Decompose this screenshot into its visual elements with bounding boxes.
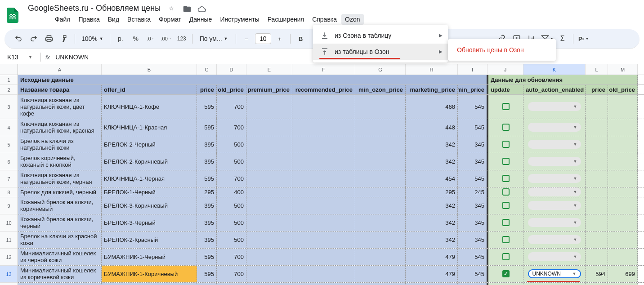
recommended-price[interactable]	[292, 232, 355, 248]
product-name[interactable]: Брелок на ключи из красной кожи	[18, 232, 102, 248]
dropdown-pill[interactable]: ▼	[528, 140, 581, 149]
update-price[interactable]: 594	[586, 266, 608, 282]
min-ozon-price[interactable]	[355, 119, 406, 136]
update-old-price[interactable]	[608, 95, 638, 119]
dropdown-pill[interactable]: UNKNOWN▼	[528, 269, 581, 278]
bold-button[interactable]: B	[294, 32, 308, 45]
menu-file[interactable]: Файл	[51, 14, 74, 25]
menu-ozon[interactable]: Ozon	[341, 14, 363, 25]
column-header[interactable]: auto_action_enabled	[523, 85, 586, 94]
row-header[interactable]: 8	[0, 187, 18, 197]
column-header[interactable]: recommended_price	[292, 85, 355, 94]
column-header[interactable]: old_price	[217, 85, 246, 94]
product-name[interactable]: Кожаный брелок на ключи, коричневый	[18, 197, 102, 214]
old-price[interactable]: 700	[217, 249, 246, 265]
marketing-price[interactable]: 468	[406, 95, 458, 119]
increase-decimal-button[interactable]: .00→	[160, 32, 173, 45]
price[interactable]: 395	[197, 136, 217, 153]
checkbox[interactable]	[502, 103, 510, 110]
menu-insert[interactable]: Вставка	[124, 14, 154, 25]
percent-button[interactable]: %	[129, 32, 143, 45]
row-header[interactable]: 2	[0, 85, 18, 95]
dropdown-pill[interactable]: ▼	[528, 174, 581, 183]
dropdown-pill[interactable]: ▼	[528, 201, 581, 210]
product-name[interactable]: Брелок на ключи из натуральной кожи	[18, 136, 102, 153]
marketing-price[interactable]: 295	[406, 187, 458, 197]
update-checkbox[interactable]	[487, 187, 523, 197]
column-header[interactable]: min_price	[458, 85, 487, 94]
functions-button[interactable]: Σ	[556, 32, 569, 45]
old-price[interactable]: 700	[217, 119, 246, 136]
update-price[interactable]	[586, 187, 608, 197]
recommended-price[interactable]	[292, 170, 355, 187]
price[interactable]: 395	[197, 214, 217, 231]
recommended-price[interactable]	[292, 197, 355, 214]
min-ozon-price[interactable]	[355, 232, 406, 248]
old-price[interactable]: 500	[217, 197, 246, 214]
offer-id[interactable]: КЛЮЧНИЦА-1-Кофе	[102, 95, 197, 119]
premium-price[interactable]	[246, 214, 292, 231]
min-ozon-price[interactable]	[355, 153, 406, 170]
recommended-price[interactable]	[292, 95, 355, 119]
product-name[interactable]: Брелок коричневый, кожаный с кнопкой	[18, 153, 102, 170]
checkbox[interactable]	[502, 175, 510, 182]
marketing-price[interactable]: 342	[406, 153, 458, 170]
marketing-price[interactable]: 479	[406, 266, 458, 282]
checkbox[interactable]	[502, 141, 510, 148]
number-format-button[interactable]: 123	[175, 32, 188, 45]
font-select[interactable]: По ум... ▼	[196, 33, 232, 44]
column-header[interactable]: update	[487, 85, 523, 94]
dropdown-pill[interactable]: ▼	[528, 252, 581, 261]
checkbox[interactable]	[502, 202, 510, 209]
update-price[interactable]	[586, 197, 608, 214]
menu-format[interactable]: Формат	[155, 14, 185, 25]
product-name[interactable]: Кожаный брелок на ключи, черный	[18, 214, 102, 231]
recommended-price[interactable]	[292, 136, 355, 153]
min-ozon-price[interactable]	[355, 249, 406, 265]
marketing-price[interactable]: 342	[406, 136, 458, 153]
dropdown-pill[interactable]: ▼	[528, 235, 581, 244]
marketing-price[interactable]: 342	[406, 197, 458, 214]
checkbox[interactable]	[502, 219, 510, 226]
min-ozon-price[interactable]	[355, 95, 406, 119]
offer-id[interactable]: БРЕЛОК-1-Черный	[102, 187, 197, 197]
min-price[interactable]: 345	[458, 136, 487, 153]
menu-help[interactable]: Справка	[309, 14, 340, 25]
min-ozon-price[interactable]	[355, 266, 406, 282]
currency-button[interactable]: р.	[114, 32, 127, 45]
min-ozon-price[interactable]	[355, 283, 406, 285]
row-header[interactable]	[0, 283, 18, 285]
update-checkbox[interactable]	[487, 249, 523, 265]
auto-action-cell[interactable]: UNKNOWN▼	[523, 266, 586, 282]
old-price[interactable]: 500	[217, 153, 246, 170]
col-header-E[interactable]: E	[246, 64, 292, 75]
offer-id[interactable]: КЛЮЧНИЦА-1-Черная	[102, 170, 197, 187]
min-price[interactable]: 345	[458, 232, 487, 248]
update-checkbox[interactable]	[487, 136, 523, 153]
update-price[interactable]	[586, 153, 608, 170]
checkbox[interactable]	[502, 158, 510, 165]
price[interactable]: 595	[197, 170, 217, 187]
select-all-corner[interactable]	[0, 64, 18, 75]
update-price[interactable]	[586, 283, 608, 285]
min-price[interactable]: 545	[458, 170, 487, 187]
section-header[interactable]: Исходные данные	[18, 75, 487, 85]
old-price[interactable]: 700	[217, 170, 246, 187]
update-price[interactable]	[586, 214, 608, 231]
update-checkbox[interactable]	[487, 232, 523, 248]
col-header-L[interactable]: L	[586, 64, 608, 75]
premium-price[interactable]	[246, 170, 292, 187]
decrease-decimal-button[interactable]: .0←	[144, 32, 158, 45]
auto-action-cell[interactable]: ▼	[523, 119, 586, 136]
min-price[interactable]: 545	[458, 266, 487, 282]
premium-price[interactable]	[246, 197, 292, 214]
undo-button[interactable]	[12, 32, 25, 45]
min-price[interactable]: 545	[458, 119, 487, 136]
row-header[interactable]: 7	[0, 170, 18, 187]
zoom-select[interactable]: 100% ▼	[79, 33, 106, 44]
update-price[interactable]	[586, 249, 608, 265]
recommended-price[interactable]	[292, 249, 355, 265]
dropdown-from-ozon[interactable]: из Озона в таблицу ▶	[313, 27, 448, 44]
row-header[interactable]: 6	[0, 153, 18, 170]
recommended-price[interactable]	[292, 119, 355, 136]
